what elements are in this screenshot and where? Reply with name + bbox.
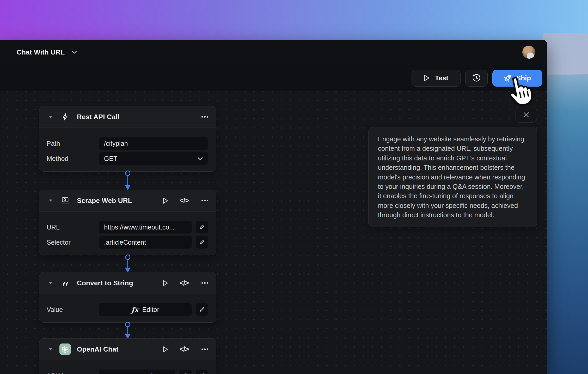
node-header: Scrape Web URL </> [39, 190, 216, 212]
node-convert-to-string[interactable]: “ Convert to String </> Value [39, 272, 216, 323]
history-button[interactable] [465, 70, 488, 87]
pencil-icon [199, 239, 205, 245]
collapse-caret[interactable] [49, 282, 52, 284]
chevron-down-icon [197, 157, 203, 160]
run-node-button[interactable] [163, 197, 168, 204]
test-button-label: Test [435, 74, 449, 82]
avatar[interactable] [522, 46, 535, 59]
fx-icon: ƒx [131, 306, 139, 314]
key-icon [121, 372, 129, 374]
node-title: Convert to String [77, 279, 133, 287]
field-label: Method [47, 155, 99, 162]
editor-label: Editor [142, 306, 159, 313]
node-scrape-web-url[interactable]: Scrape Web URL </> URL ht [39, 190, 216, 255]
wallpaper-purple [0, 0, 588, 45]
more-menu-button[interactable] [200, 282, 209, 284]
page-title: Chat With URL [17, 48, 65, 56]
collapse-caret[interactable] [49, 116, 52, 118]
pencil-icon [199, 373, 205, 374]
node-header: “ Convert to String </> [39, 272, 216, 294]
code-icon: </> [180, 345, 189, 353]
method-value: GET [104, 155, 117, 162]
api-key-field[interactable]: openai [99, 370, 175, 374]
play-icon [163, 197, 168, 204]
node-rest-api-call[interactable]: Rest API Call Path /cityplan Method GET [39, 106, 216, 172]
description-text: Engage with any website seamlessly by re… [378, 134, 528, 220]
more-menu-button[interactable] [200, 348, 209, 350]
more-menu-button[interactable] [200, 116, 209, 118]
web-scrape-icon [59, 197, 71, 204]
node-openai-chat[interactable]: OpenAI Chat </> API Key [39, 338, 216, 374]
pencil-icon [199, 306, 205, 313]
lightning-icon [59, 113, 71, 121]
ellipsis-icon [200, 282, 209, 284]
collapse-caret[interactable] [49, 348, 52, 350]
connector [124, 171, 131, 191]
code-icon: </> [180, 197, 189, 205]
openai-icon [59, 343, 71, 355]
selector-value: .articleContent [104, 239, 146, 246]
ellipsis-icon [200, 348, 209, 350]
node-body: URL https://www.timeout.co... [39, 212, 216, 255]
url-input[interactable]: https://www.timeout.co... [99, 221, 192, 233]
wallpaper-blue [543, 33, 588, 374]
output-port[interactable] [125, 255, 130, 260]
field-label: Selector [47, 239, 99, 246]
run-node-button[interactable] [163, 346, 168, 353]
field-label: URL [47, 224, 99, 231]
quote-icon: “ [59, 278, 71, 288]
field-label: Path [47, 140, 99, 147]
toolbar: Test Ship [0, 65, 547, 91]
code-button[interactable]: </> [180, 197, 189, 205]
play-icon [424, 75, 430, 81]
node-header: OpenAI Chat </> [39, 339, 216, 360]
edit-button[interactable] [196, 303, 208, 316]
edit-button[interactable] [196, 236, 208, 249]
connector [124, 255, 131, 274]
selector-input[interactable]: .articleContent [99, 236, 192, 249]
api-key-value: openai [133, 372, 152, 374]
play-icon [163, 346, 168, 353]
workflow-title-dropdown[interactable]: Chat With URL [17, 48, 77, 56]
top-bar: Chat With URL [0, 40, 547, 65]
trash-icon [182, 373, 189, 374]
run-node-button[interactable] [163, 280, 168, 286]
fx-editor-button[interactable]: ƒx Editor [99, 303, 192, 316]
path-value: /cityplan [104, 140, 128, 147]
ellipsis-icon [200, 200, 209, 201]
collapse-caret[interactable] [49, 200, 52, 202]
connector [124, 322, 131, 340]
node-header: Rest API Call [39, 106, 216, 128]
field-label: API Key [47, 372, 99, 374]
delete-button[interactable] [179, 370, 192, 374]
description-panel: Engage with any website seamlessly by re… [368, 127, 537, 227]
method-select[interactable]: GET [99, 152, 208, 165]
node-body: API Key openai [39, 360, 216, 374]
node-body: Value ƒx Editor [39, 294, 216, 322]
code-icon: </> [180, 279, 189, 287]
ellipsis-icon [200, 116, 209, 118]
url-value: https://www.timeout.co... [104, 224, 175, 231]
play-icon [163, 280, 168, 286]
code-button[interactable]: </> [180, 345, 189, 353]
history-icon [472, 73, 481, 83]
node-title: Scrape Web URL [77, 197, 132, 205]
code-button[interactable]: </> [180, 279, 189, 287]
close-icon [523, 111, 530, 118]
node-title: Rest API Call [77, 113, 119, 121]
app-window: Chat With URL Test [0, 40, 547, 374]
more-menu-button[interactable] [200, 200, 209, 201]
output-port[interactable] [125, 322, 130, 327]
edit-button[interactable] [196, 370, 208, 374]
workflow-canvas[interactable]: Rest API Call Path /cityplan Method GET [0, 91, 547, 374]
path-input[interactable]: /cityplan [99, 137, 208, 150]
field-label: Value [47, 306, 99, 313]
node-body: Path /cityplan Method GET [39, 128, 216, 171]
close-button[interactable] [516, 107, 537, 123]
pencil-icon [199, 224, 205, 230]
edit-button[interactable] [196, 221, 208, 233]
node-title: OpenAI Chat [77, 345, 119, 353]
chevron-down-icon [71, 50, 77, 54]
test-button[interactable]: Test [412, 70, 461, 87]
